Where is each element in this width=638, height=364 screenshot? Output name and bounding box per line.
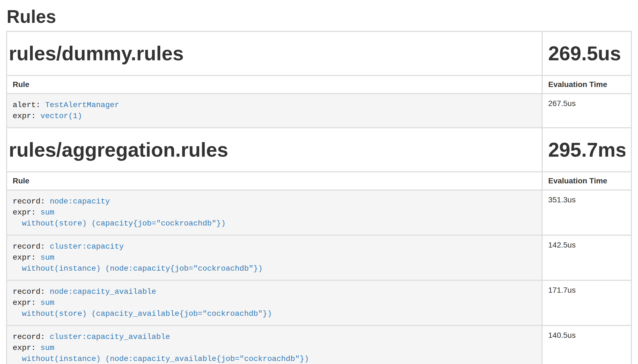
rule-expr-keyword: expr: xyxy=(13,208,40,217)
rule-expr-line: expr: sum without(store) (capacity_avail… xyxy=(13,297,536,319)
eval-time-column-header: Evaluation Time xyxy=(543,76,631,93)
rule-expr-line: expr: vector(1) xyxy=(13,111,536,122)
rule-name-link[interactable]: cluster:capacity xyxy=(50,242,124,251)
rule-expr-link[interactable]: sum without(store) (capacity_available{j… xyxy=(13,298,272,318)
rule-row: alert: TestAlertManager expr: vector(1) … xyxy=(7,94,631,127)
rule-name-line: record: cluster:capacity xyxy=(13,241,536,252)
rule-eval-time: 171.7us xyxy=(543,281,631,325)
rule-name-line: record: node:capacity_available xyxy=(13,286,536,297)
rule-expr-link[interactable]: sum without(instance) (node:capacity_ava… xyxy=(13,344,309,363)
rule-name-line: record: node:capacity xyxy=(13,196,536,207)
rule-expr-link[interactable]: sum without(instance) (node:capacity{job… xyxy=(13,253,263,273)
rule-definition-cell: alert: TestAlertManager expr: vector(1) xyxy=(7,94,542,127)
group-header-row: rules/aggregation.rules 295.7ms xyxy=(7,128,631,171)
rule-eval-time: 140.5us xyxy=(543,326,631,364)
group-total-eval-time: 295.7ms xyxy=(548,139,625,161)
group-eval-time-cell: 295.7ms xyxy=(543,128,631,171)
rule-expr-line: expr: sum without(instance) (node:capaci… xyxy=(13,343,536,364)
group-eval-time-cell: 269.5us xyxy=(543,32,631,75)
group-file-name: rules/dummy.rules xyxy=(9,42,536,64)
page-title: Rules xyxy=(7,6,632,27)
rule-name-line: alert: TestAlertManager xyxy=(13,100,536,111)
rule-eval-time: 142.5us xyxy=(543,236,631,280)
rule-eval-time: 267.5us xyxy=(543,94,631,127)
rule-definition-cell: record: node:capacity_available expr: su… xyxy=(7,281,542,325)
rule-row: record: node:capacity_available expr: su… xyxy=(7,281,631,325)
rule-expr-line: expr: sum without(instance) (node:capaci… xyxy=(13,252,536,274)
rule-expr-keyword: expr: xyxy=(13,298,40,307)
rule-definition-cell: record: cluster:capacity_available expr:… xyxy=(7,326,542,364)
rule-name-link[interactable]: TestAlertManager xyxy=(45,101,119,109)
rule-expr-line: expr: sum without(store) (capacity{job="… xyxy=(13,207,536,229)
rule-expr-link[interactable]: vector(1) xyxy=(40,112,82,120)
rule-expr-keyword: expr: xyxy=(13,112,40,120)
rule-name-link[interactable]: node:capacity xyxy=(50,197,110,206)
rule-row: record: cluster:capacity expr: sum witho… xyxy=(7,236,631,280)
rule-name-link[interactable]: node:capacity_available xyxy=(50,287,156,296)
rule-name-keyword: record: xyxy=(13,287,50,296)
rule-name-keyword: record: xyxy=(13,242,50,251)
rule-expr-link[interactable]: sum without(store) (capacity{job="cockro… xyxy=(13,208,226,228)
rule-definition-cell: record: node:capacity expr: sum without(… xyxy=(7,191,542,235)
rule-row: record: node:capacity expr: sum without(… xyxy=(7,191,631,235)
rule-name-link[interactable]: cluster:capacity_available xyxy=(50,333,170,341)
rule-expr-keyword: expr: xyxy=(13,344,40,352)
group-name-cell: rules/aggregation.rules xyxy=(7,128,542,171)
rule-row: record: cluster:capacity_available expr:… xyxy=(7,326,631,364)
rule-column-header: Rule xyxy=(7,172,542,189)
rule-name-line: record: cluster:capacity_available xyxy=(13,332,536,343)
column-header-row: Rule Evaluation Time xyxy=(7,172,631,189)
group-total-eval-time: 269.5us xyxy=(548,42,625,64)
rule-expr-keyword: expr: xyxy=(13,253,40,262)
column-header-row: Rule Evaluation Time xyxy=(7,76,631,93)
rule-name-keyword: alert: xyxy=(13,101,45,109)
group-name-cell: rules/dummy.rules xyxy=(7,32,542,75)
eval-time-column-header: Evaluation Time xyxy=(543,172,631,189)
rule-definition-cell: record: cluster:capacity expr: sum witho… xyxy=(7,236,542,280)
rule-name-keyword: record: xyxy=(13,197,50,206)
rule-column-header: Rule xyxy=(7,76,542,93)
group-header-row: rules/dummy.rules 269.5us xyxy=(7,32,631,75)
rule-name-keyword: record: xyxy=(13,333,50,341)
group-file-name: rules/aggregation.rules xyxy=(9,139,536,161)
rules-table: rules/dummy.rules 269.5us Rule Evaluatio… xyxy=(6,31,632,364)
rule-eval-time: 351.3us xyxy=(543,191,631,235)
